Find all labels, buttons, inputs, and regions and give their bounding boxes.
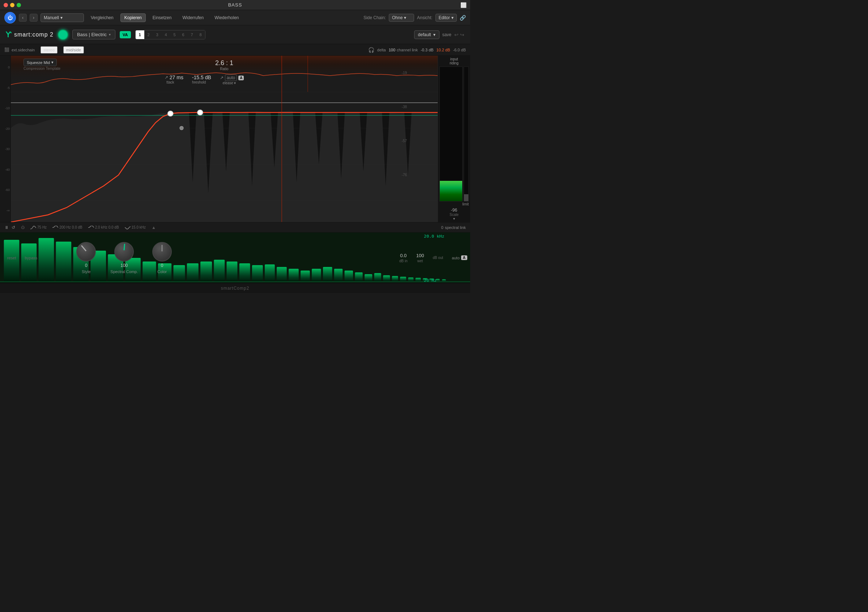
squeeze-selector[interactable]: Squeeze Mid ▾ xyxy=(23,59,57,66)
band-6-button[interactable]: 6 xyxy=(179,30,188,39)
threshold-control: -15.5 dB hreshold xyxy=(192,74,211,84)
stereo-button[interactable]: stereo xyxy=(40,46,57,54)
delta-button[interactable]: delta xyxy=(377,48,386,52)
spectral-comp-knob[interactable] xyxy=(114,242,134,262)
freq-band-1: 75 Hz xyxy=(30,225,46,229)
color-knob[interactable] xyxy=(152,242,172,262)
scale-value: -96 xyxy=(451,208,457,213)
refresh-button[interactable]: ↺ xyxy=(12,225,15,230)
release-label: aelease ▾ xyxy=(220,81,244,85)
band-7-button[interactable]: 7 xyxy=(188,30,196,39)
power-button[interactable]: ⏻ xyxy=(4,12,16,23)
plugin-redo-button[interactable]: ↪ xyxy=(460,32,464,38)
svg-rect-52 xyxy=(383,275,390,281)
freq-band-2: 200 Hz 0.0 dB xyxy=(53,225,82,229)
left-scale: 0 -5 -10 -20 -30 -40 -60 -∞ xyxy=(0,56,11,222)
scale-display: -96 Scale ▾ xyxy=(439,208,469,221)
meter-bars-container: -19 -38 -57 -76 xyxy=(439,67,469,201)
midside-button[interactable]: mid/side xyxy=(63,46,84,54)
auto-a-group: auto A xyxy=(452,256,467,260)
svg-rect-46 xyxy=(323,267,332,281)
resize-icon[interactable]: ⬜ xyxy=(460,2,467,8)
band-8-button[interactable]: 8 xyxy=(196,30,205,39)
footer-text: smartComp2 xyxy=(221,286,250,291)
toolbar-right: Side Chain: Ohne ▾ Ansicht: Editor ▾ 🔗 xyxy=(363,14,466,22)
svg-rect-36 xyxy=(200,262,212,281)
input-riding-label: input riding xyxy=(439,57,469,65)
link-icon[interactable]: 🔗 xyxy=(460,15,466,21)
undo-button[interactable]: Widerrufen xyxy=(178,13,208,22)
sub-toolbar-right: 🎧 delta 100 channel link -0.3 dB 10.2 dB… xyxy=(368,47,466,53)
nav-forward-button[interactable]: › xyxy=(29,14,37,22)
sidechain-dropdown[interactable]: Ohne ▾ xyxy=(389,14,414,22)
save-button[interactable]: save xyxy=(442,32,451,37)
redo-button[interactable]: Wiederholen xyxy=(211,13,243,22)
maximize-button[interactable] xyxy=(17,3,21,7)
svg-rect-50 xyxy=(364,274,372,281)
preset-name-dropdown[interactable]: default ▾ xyxy=(414,30,439,39)
close-button[interactable] xyxy=(4,3,8,7)
minimize-button[interactable] xyxy=(10,3,14,7)
style-value: 0 xyxy=(85,263,88,268)
a-badge: A xyxy=(238,76,244,80)
reset-button[interactable]: reset xyxy=(7,256,16,260)
comp-template-label: Compression Template xyxy=(23,67,60,71)
compare-button[interactable]: Vergleichen xyxy=(87,13,118,22)
sidechain-label: Side Chain: xyxy=(363,15,386,20)
meter-panel: input riding -19 -38 -57 -76 limit xyxy=(438,56,470,222)
band-5-button[interactable]: 5 xyxy=(170,30,179,39)
preset-name-area: default ▾ save ↩ ↪ xyxy=(414,30,464,39)
svg-point-15 xyxy=(197,110,203,115)
compressor-display: Squeeze Mid ▾ Compression Template 2.6 :… xyxy=(11,56,438,222)
color-value: 0 xyxy=(161,263,163,268)
scale-label: Scale xyxy=(450,213,459,217)
band-1-button[interactable]: 1 xyxy=(136,30,144,39)
riding-label: riding xyxy=(450,61,458,65)
attack-control: ↗ 27 ms attack xyxy=(164,74,183,84)
ext-sidechain: ⬛ ext.sidechain xyxy=(4,47,35,52)
editor-dropdown[interactable]: Editor ▾ xyxy=(436,14,457,22)
nav-back-button[interactable]: ‹ xyxy=(19,14,27,22)
svg-rect-51 xyxy=(374,273,381,281)
svg-rect-45 xyxy=(312,269,321,281)
paste-button[interactable]: Einsetzen xyxy=(149,13,176,22)
wet-value: 100 xyxy=(416,253,424,258)
band-2-button[interactable]: 2 xyxy=(144,30,153,39)
channel-link: 100 channel link xyxy=(389,48,418,52)
limit-meter-bar xyxy=(463,67,469,201)
svg-rect-41 xyxy=(265,264,275,281)
threshold-value: -15.5 dB xyxy=(192,74,211,80)
title-bar: BASS ⬜ xyxy=(0,0,470,10)
limit-fill xyxy=(464,194,468,201)
svg-rect-56 xyxy=(415,278,421,281)
svg-rect-54 xyxy=(400,277,406,281)
copy-button[interactable]: Kopieren xyxy=(121,13,146,22)
headphone-icon[interactable]: 🎧 xyxy=(368,47,374,53)
svg-rect-53 xyxy=(392,276,398,281)
svg-rect-49 xyxy=(355,273,363,281)
scale-arrow[interactable]: ▾ xyxy=(453,217,455,221)
svg-rect-42 xyxy=(277,267,287,281)
ratio-value: 2.6 : 1 xyxy=(215,59,233,67)
power-indicator[interactable] xyxy=(58,29,68,40)
plugin-undo-button[interactable]: ↩ xyxy=(454,32,459,38)
svg-rect-40 xyxy=(252,265,263,281)
color-knob-pointer xyxy=(162,245,163,251)
spectral-comp-knob-group: 100 Spectral Comp. xyxy=(103,242,145,274)
undo-redo-controls: ↩ ↪ xyxy=(454,32,464,38)
pause-button[interactable]: ⏸ xyxy=(4,225,9,230)
svg-rect-24 xyxy=(4,240,20,281)
auto-btn[interactable]: auto xyxy=(225,74,237,81)
style-label: Style xyxy=(82,270,90,274)
preset-dropdown[interactable]: Manuell ▾ xyxy=(40,13,84,22)
freq-band-4: 15.0 kHz xyxy=(125,225,146,229)
band-3-button[interactable]: 3 xyxy=(153,30,162,39)
bypass-button[interactable]: bypass xyxy=(25,256,37,260)
preset-selector[interactable]: Bass | Electric ▾ xyxy=(72,29,115,39)
band-4-button[interactable]: 4 xyxy=(162,30,170,39)
svg-rect-35 xyxy=(187,263,198,281)
style-knob[interactable] xyxy=(76,242,96,262)
wet-group: 100 wet xyxy=(416,253,424,263)
va-button[interactable]: VA xyxy=(120,31,130,38)
bottom-bar: ⏸ ↺ ⏻ 75 Hz 200 Hz 0.0 dB 2.0 kHz 0.0 dB… xyxy=(0,222,470,232)
